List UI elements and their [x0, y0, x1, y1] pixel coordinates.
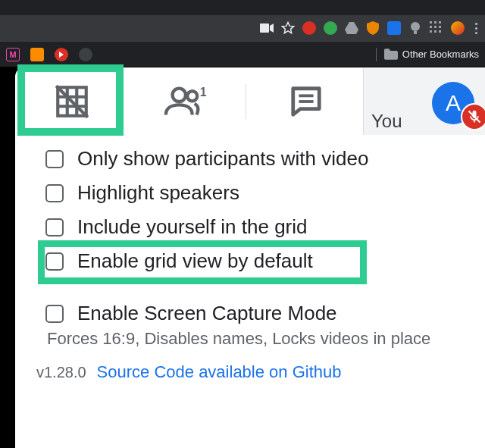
bookmark-youtube-icon[interactable] [55, 48, 68, 61]
bookmark-myntra-icon[interactable]: M [6, 48, 20, 61]
option-screen-capture[interactable]: Enable Screen Capture Mode [45, 296, 470, 331]
svg-point-14 [187, 91, 197, 101]
extension-green-icon[interactable] [324, 21, 337, 35]
option-label: Include yourself in the grid [77, 215, 308, 239]
folder-icon [384, 49, 398, 60]
option-screen-capture-sub: Forces 16:9, Disables names, Locks video… [45, 329, 470, 349]
other-bookmarks-folder[interactable]: Other Bookmarks [384, 49, 479, 60]
bookmark-dark-icon[interactable] [79, 48, 92, 61]
option-enable-default[interactable]: Enable grid view by default [45, 244, 470, 278]
drive-icon[interactable] [345, 21, 358, 35]
svg-point-13 [173, 89, 186, 102]
option-label: Highlight speakers [77, 181, 239, 205]
svg-rect-6 [430, 26, 432, 28]
svg-rect-9 [430, 30, 432, 33]
source-code-link[interactable]: Source Code available on Github [97, 362, 342, 382]
svg-rect-10 [434, 30, 436, 33]
tab-divider [246, 84, 246, 119]
extension-red-icon[interactable] [302, 21, 316, 35]
bookmarks-separator [376, 48, 377, 61]
star-icon[interactable] [281, 21, 295, 35]
option-label: Enable grid view by default [77, 249, 313, 273]
tab-you[interactable]: You A [363, 68, 485, 135]
option-label: Enable Screen Capture Mode [77, 302, 337, 325]
grid-off-icon [53, 83, 91, 121]
options-list: Only show participants with video Highli… [15, 136, 485, 349]
tab-bar: 1 You A [15, 67, 485, 136]
you-label: You [371, 111, 402, 132]
svg-rect-2 [414, 31, 417, 34]
avatar-initial: A [446, 90, 461, 116]
footer: v1.28.0 Source Code available on Github [15, 349, 485, 382]
browser-tab-strip [0, 0, 485, 15]
profile-avatar-icon[interactable] [451, 21, 465, 35]
extension-shield-icon[interactable] [366, 21, 380, 35]
svg-rect-0 [260, 23, 269, 33]
tab-grid-disabled[interactable] [15, 70, 129, 133]
option-highlight-speakers[interactable]: Highlight speakers [45, 176, 470, 210]
svg-text:1: 1 [200, 86, 207, 99]
svg-rect-11 [439, 30, 441, 33]
checkbox[interactable] [45, 218, 64, 237]
version-label: v1.28.0 [36, 364, 86, 381]
tab-people[interactable]: 1 [129, 70, 242, 133]
extension-blue-icon[interactable] [387, 21, 401, 35]
bookmarks-bar: M Other Bookmarks [0, 41, 485, 67]
svg-rect-3 [430, 21, 432, 23]
checkbox[interactable] [45, 252, 64, 271]
tab-chat[interactable] [249, 70, 363, 133]
browser-menu-icon[interactable] [472, 23, 480, 34]
mute-badge[interactable] [461, 103, 485, 130]
apps-grid-icon[interactable] [430, 21, 443, 35]
checkbox[interactable] [45, 305, 64, 323]
checkbox[interactable] [45, 150, 64, 168]
extension-bulb-icon[interactable] [408, 21, 422, 35]
other-bookmarks-label: Other Bookmarks [402, 49, 479, 60]
browser-toolbar [0, 15, 485, 41]
checkbox[interactable] [45, 184, 64, 202]
svg-rect-7 [434, 26, 436, 28]
svg-rect-5 [439, 21, 441, 23]
camera-icon[interactable] [260, 21, 274, 35]
option-include-yourself[interactable]: Include yourself in the grid [45, 210, 470, 244]
bookmark-orange-icon[interactable] [30, 48, 44, 61]
mic-off-icon [467, 109, 482, 124]
option-only-video[interactable]: Only show participants with video [45, 142, 470, 176]
people-icon: 1 [164, 86, 208, 117]
extension-popup-panel: 1 You A O [15, 67, 485, 448]
chat-icon [289, 84, 324, 119]
option-label: Only show participants with video [77, 147, 368, 171]
svg-point-1 [411, 22, 420, 31]
svg-rect-4 [434, 21, 436, 23]
svg-rect-8 [439, 26, 441, 28]
